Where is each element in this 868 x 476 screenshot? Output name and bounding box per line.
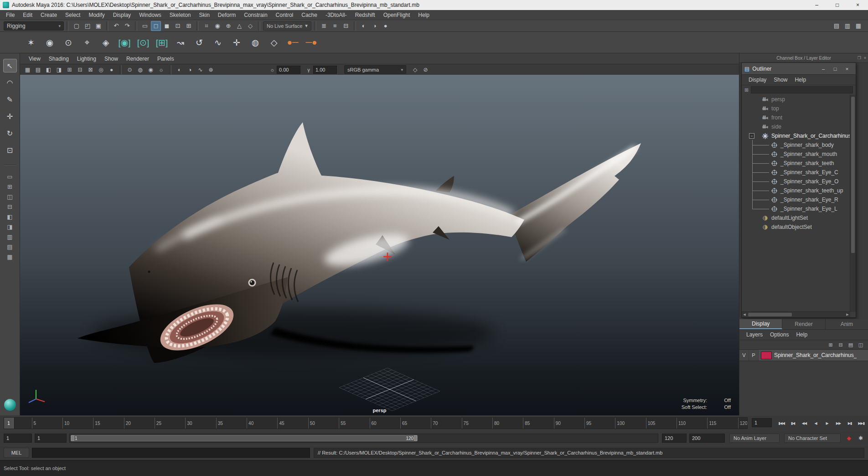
outliner-item[interactable]: _Spinner_shark_teeth [742, 159, 850, 168]
input-connections-icon[interactable]: ≣ [319, 21, 329, 31]
snap-to-curve-icon[interactable]: ◉ [212, 21, 222, 31]
viewport-3d[interactable]: persp Symmetry: Off Soft Select: Off [20, 75, 739, 415]
panel-menu-item[interactable]: Show [100, 56, 122, 62]
outliner-item[interactable]: _Spinner_shark_Eye_C [742, 168, 850, 177]
menu-item[interactable]: Help [414, 10, 434, 20]
undo-icon[interactable]: ↶ [111, 21, 121, 31]
outliner-item[interactable]: front [742, 113, 850, 122]
display-layer-row[interactable]: V P Spinner_Shark_or_Carcharhinus_ [739, 349, 868, 361]
menu-item[interactable]: Deform [214, 10, 240, 20]
outliner-vertical-scrollbar[interactable] [850, 95, 856, 312]
camera-attributes-icon[interactable]: ◎ [96, 65, 106, 74]
open-scene-icon[interactable]: ◰ [83, 21, 93, 31]
xray-icon[interactable]: ⊘ [421, 65, 430, 74]
anim-layer-dropdown[interactable]: No Anim Layer [729, 434, 780, 443]
node-label[interactable]: Spinner_Shark_or_Carcharhinus_Bre [771, 133, 850, 139]
node-label[interactable]: _Spinner_shark_Eye_L [780, 206, 837, 212]
gamma-value[interactable]: 1.00 [313, 66, 337, 74]
panel-menu-item[interactable]: View [25, 56, 45, 62]
shaded-sphere-icon[interactable] [4, 399, 16, 411]
shelf-ik-spline-icon[interactable]: ⊙ [60, 34, 77, 51]
node-label[interactable]: defaultObjectSet [771, 224, 812, 230]
use-all-lights-icon[interactable]: ☼ [156, 65, 166, 74]
move-tool[interactable]: ✛ [3, 109, 17, 123]
step-forward-frame-button[interactable]: ▶▮ [844, 418, 855, 429]
grid-toggle-icon[interactable]: ▦ [23, 65, 32, 74]
safe-action-icon[interactable]: ⊟ [75, 65, 85, 74]
shadows-icon[interactable]: ◐ [175, 65, 184, 74]
shelf-slider-b-icon[interactable]: ─● [303, 34, 320, 51]
outliner-menu-item[interactable]: Help [791, 77, 809, 83]
layout-three-pane-left[interactable]: ◧ [4, 212, 16, 221]
outliner-horizontal-scrollbar[interactable]: ◀ ▶ [742, 311, 850, 317]
go-to-end-button[interactable]: ▶▶▮ [856, 418, 867, 429]
outliner-item[interactable]: − Spinner_Shark_or_Carcharhinus_Bre [742, 131, 850, 140]
panel-pin-icon[interactable]: ❐ [858, 56, 861, 60]
outliner-item[interactable]: defaultLightSet [742, 213, 850, 222]
layer-editor-tab[interactable]: Render [782, 319, 825, 329]
shelf-cluster-icon[interactable]: ✛ [228, 34, 245, 51]
node-label[interactable]: _Spinner_shark_teeth_up [780, 187, 843, 194]
outliner-menu-item[interactable]: Display [745, 77, 770, 83]
menu-item[interactable]: Cache [297, 10, 321, 20]
shelf-bind-skin-icon[interactable]: ◈ [98, 34, 114, 51]
layer-menu-item[interactable]: Help [793, 331, 811, 338]
layer-editor-tab[interactable]: Display [739, 319, 782, 329]
outliner-close-button[interactable]: × [841, 64, 853, 74]
layout-four-pane[interactable]: ⊞ [4, 182, 16, 191]
film-gate-icon[interactable]: ▤ [33, 65, 43, 74]
node-label[interactable]: top [771, 105, 779, 112]
mel-command-input[interactable] [32, 448, 310, 458]
menu-item[interactable]: OpenFlight [379, 10, 414, 20]
shelf-nonlinear-icon[interactable]: ↺ [191, 34, 207, 51]
animation-end-field[interactable]: 200 [689, 434, 725, 443]
motion-blur-icon[interactable]: ∿ [196, 65, 205, 74]
color-management-dropdown[interactable]: sRGB gamma ▾ [344, 65, 406, 74]
outliner-item[interactable]: _Spinner_shark_Eye_R [742, 195, 850, 204]
node-label[interactable]: _Spinner_shark_Eye_O [780, 178, 838, 185]
node-label[interactable]: _Spinner_shark_mouth [780, 151, 837, 157]
field-chart-icon[interactable]: ⊞ [65, 65, 74, 74]
menu-item[interactable]: Edit [19, 10, 36, 20]
outliner-item[interactable]: _Spinner_shark_body [742, 140, 850, 150]
character-set-dropdown[interactable]: No Character Set [784, 434, 841, 443]
bookmarks-icon[interactable]: ● [107, 65, 116, 74]
current-frame-field[interactable]: 1 [752, 418, 772, 427]
menu-item[interactable]: File [2, 10, 19, 20]
outliner-search-input[interactable] [751, 86, 853, 93]
highlight-selection-icon[interactable]: ⊞ [184, 21, 194, 31]
toggle-attribute-editor-icon[interactable]: ▤ [832, 21, 842, 31]
play-backwards-button[interactable]: ◀ [810, 418, 821, 429]
exposure-field[interactable]: ☼ 0.00 [269, 66, 300, 74]
close-button[interactable]: × [847, 0, 868, 10]
node-label[interactable]: _Spinner_shark_teeth [780, 160, 834, 166]
snap-to-point-icon[interactable]: ⊕ [223, 21, 233, 31]
maximize-button[interactable]: □ [827, 0, 847, 10]
layout-two-pane-side-by-side[interactable]: ◫ [4, 192, 16, 201]
select-hierarchy-icon[interactable]: ▭ [140, 21, 150, 31]
layout-persp-graph[interactable]: ▤ [4, 242, 16, 251]
render-current-frame-icon[interactable]: ◐ [359, 21, 369, 31]
node-label[interactable]: _Spinner_shark_body [780, 142, 834, 148]
outliner-titlebar[interactable]: ▤ Outliner – □ × [742, 63, 856, 75]
node-label[interactable]: side [771, 124, 781, 130]
outliner-item[interactable]: _Spinner_shark_Eye_O [742, 177, 850, 186]
toggle-tool-settings-icon[interactable]: ▥ [842, 21, 852, 31]
node-label[interactable]: persp [771, 96, 785, 103]
layout-single-pane[interactable]: ▭ [4, 172, 16, 181]
layer-visibility-toggle[interactable]: V [739, 350, 749, 361]
title-bar[interactable]: Autodesk Maya 2016: C:\Users\MOLEX\Deskt… [0, 0, 868, 10]
panel-menu-item[interactable]: Lighting [73, 56, 100, 62]
new-empty-layer-icon[interactable]: ⊞ [827, 341, 835, 348]
layer-menu-item[interactable]: Layers [743, 331, 766, 338]
new-scene-icon[interactable]: ▢ [72, 21, 82, 31]
redo-icon[interactable]: ↷ [122, 21, 132, 31]
resolution-gate-icon[interactable]: ◧ [44, 65, 53, 74]
select-mask-icon[interactable]: ⊡ [173, 21, 183, 31]
go-to-start-button[interactable]: ▮◀◀ [776, 418, 787, 429]
layout-hypershade-persp[interactable]: ▦ [4, 252, 16, 261]
shaded-mode-icon[interactable]: ◍ [135, 65, 145, 74]
select-object-icon[interactable]: ◻ [151, 21, 161, 31]
menu-item[interactable]: -3DtoAll- [321, 10, 351, 20]
panel-close-icon[interactable]: × [864, 56, 866, 60]
